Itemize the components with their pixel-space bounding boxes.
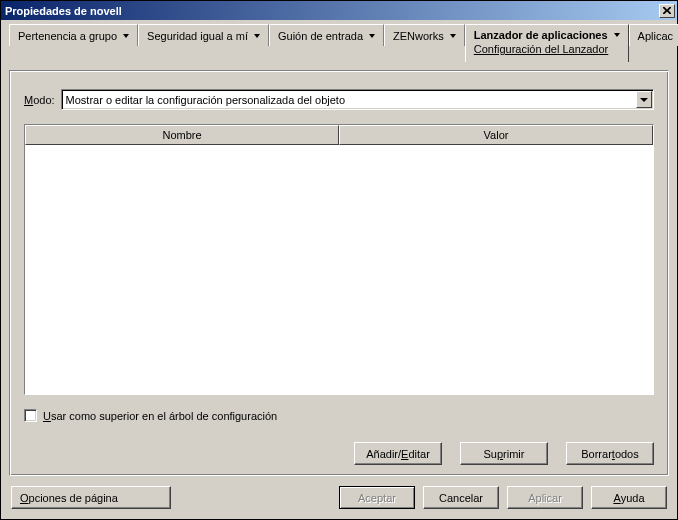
help-button[interactable]: Ayuda	[591, 486, 667, 509]
mode-label: Modo:	[24, 94, 55, 106]
use-as-top-row: Usar como superior en el árbol de config…	[24, 409, 654, 422]
use-as-top-checkbox[interactable]	[24, 409, 37, 422]
tab-zenworks[interactable]: ZENworks	[384, 24, 465, 46]
chevron-down-icon	[123, 34, 129, 38]
tab-label: Pertenencia a grupo	[18, 30, 117, 42]
window-title: Propiedades de novell	[5, 5, 122, 17]
tab-label: Lanzador de aplicaciones	[474, 29, 608, 41]
config-table[interactable]: Nombre Valor	[24, 124, 654, 395]
table-header: Nombre Valor	[25, 125, 653, 145]
config-panel: Modo: Mostrar o editar la configuración …	[9, 70, 669, 476]
chevron-down-icon	[450, 34, 456, 38]
column-header-valor[interactable]: Valor	[339, 125, 653, 145]
tab-pertenencia-grupo[interactable]: Pertenencia a grupo	[9, 24, 138, 46]
delete-all-button[interactable]: Borrar todos	[566, 442, 654, 465]
apply-button[interactable]: Aplicar	[507, 486, 583, 509]
close-icon	[663, 5, 671, 17]
mode-combobox[interactable]: Mostrar o editar la configuración person…	[61, 89, 654, 110]
tab-lanzador-aplicaciones[interactable]: Lanzador de aplicaciones Configuración d…	[465, 24, 629, 62]
tab-strip: Pertenencia a grupo Seguridad igual a mí…	[9, 24, 669, 70]
chevron-down-icon	[254, 34, 260, 38]
tab-aplicac-partial[interactable]: Aplicac	[629, 24, 678, 46]
tab-label: Aplicac	[638, 30, 673, 42]
use-as-top-label: Usar como superior en el árbol de config…	[43, 410, 277, 422]
table-body[interactable]	[25, 145, 653, 394]
chevron-down-icon	[614, 33, 620, 37]
delete-button[interactable]: Suprimir	[460, 442, 548, 465]
tab-label: Seguridad igual a mí	[147, 30, 248, 42]
mode-combobox-value: Mostrar o editar la configuración person…	[66, 94, 636, 106]
tab-sublabel: Configuración del Lanzador	[474, 43, 609, 55]
window: Propiedades de novell Pertenencia a grup…	[0, 0, 678, 520]
tab-guion-entrada[interactable]: Guión de entrada	[269, 24, 384, 46]
chevron-down-icon	[640, 98, 648, 102]
chevron-down-icon	[369, 34, 375, 38]
tab-label: ZENworks	[393, 30, 444, 42]
add-edit-button[interactable]: Añadir/Editar	[354, 442, 442, 465]
ok-button[interactable]: Aceptar	[339, 486, 415, 509]
mode-row: Modo: Mostrar o editar la configuración …	[24, 89, 654, 110]
panel-button-row: Añadir/Editar Suprimir Borrar todos	[24, 442, 654, 465]
tab-label: Guión de entrada	[278, 30, 363, 42]
client-area: Pertenencia a grupo Seguridad igual a mí…	[1, 20, 677, 519]
cancel-button[interactable]: Cancelar	[423, 486, 499, 509]
column-header-nombre[interactable]: Nombre	[25, 125, 339, 145]
mode-combobox-button[interactable]	[636, 91, 652, 108]
page-options-button[interactable]: Opciones de página	[11, 486, 171, 509]
tab-seguridad[interactable]: Seguridad igual a mí	[138, 24, 269, 46]
titlebar: Propiedades de novell	[1, 1, 677, 20]
close-button[interactable]	[659, 4, 675, 18]
dialog-footer: Opciones de página Aceptar Cancelar Apli…	[3, 480, 675, 517]
